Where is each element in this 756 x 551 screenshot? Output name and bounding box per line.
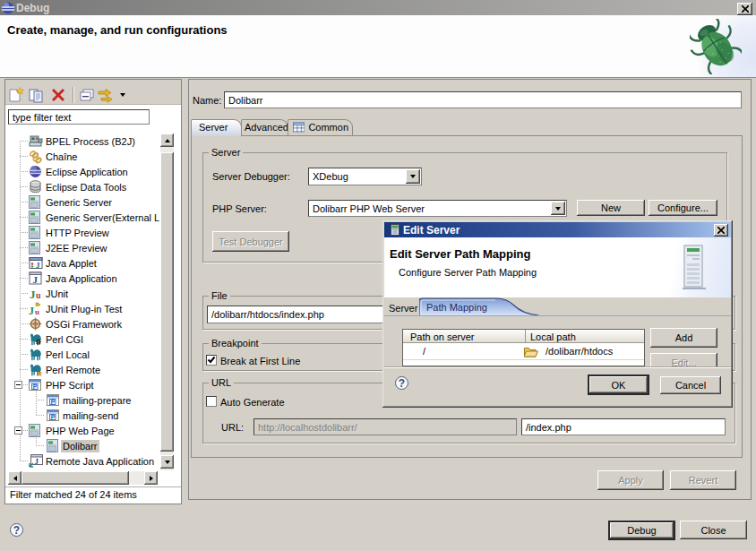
- svg-text:J: J: [36, 261, 40, 270]
- svg-text:J: J: [33, 274, 39, 285]
- svg-text:P: P: [51, 414, 56, 420]
- svg-text:u: u: [36, 290, 41, 300]
- svg-text:P: P: [51, 399, 56, 405]
- svg-text:P: P: [33, 383, 38, 390]
- svg-text:J: J: [29, 305, 34, 316]
- svg-text:J: J: [35, 457, 39, 466]
- svg-text:J: J: [30, 288, 36, 301]
- svg-text:Path Mapping: Path Mapping: [426, 302, 487, 313]
- svg-text:u: u: [35, 307, 39, 316]
- svg-text:R: R: [38, 371, 42, 376]
